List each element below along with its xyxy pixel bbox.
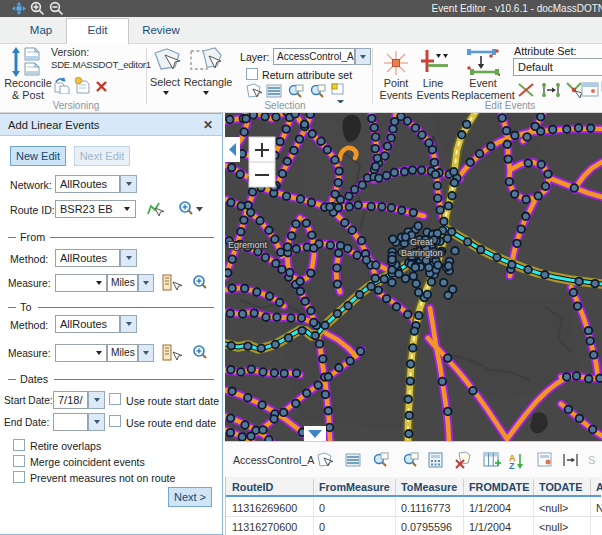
svg-text:Z: Z <box>509 461 515 471</box>
svg-text:Great: Great <box>410 237 433 247</box>
svg-text:S: S <box>588 454 595 466</box>
svg-text:Barrington: Barrington <box>401 248 443 258</box>
svg-text:Egremont: Egremont <box>228 240 268 250</box>
